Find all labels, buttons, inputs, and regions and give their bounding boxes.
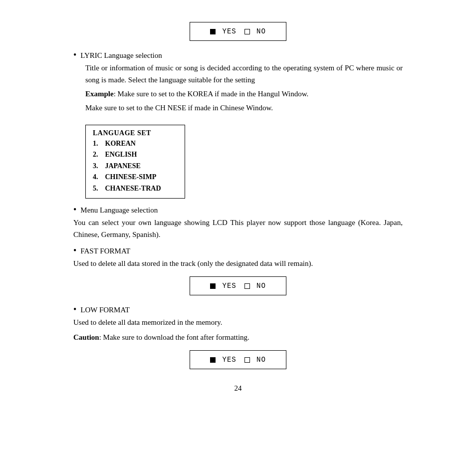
- lang-item-3: 3. JAPANESE: [93, 161, 178, 172]
- fast-format-bullet-row: • FAST FORMAT: [73, 245, 403, 256]
- yes-no-box-3: YES NO: [73, 350, 403, 369]
- page-content: YES NO • LYRIC Language selection Title …: [63, 0, 413, 413]
- low-format-caution: Caution: Make sure to download the font …: [73, 331, 403, 343]
- lyric-bullet-row: • LYRIC Language selection: [73, 50, 403, 61]
- lang-num-3: 3.: [93, 162, 98, 170]
- menu-section: • Menu Language selection You can select…: [73, 205, 403, 240]
- lyric-section: • LYRIC Language selection Title or info…: [73, 50, 403, 114]
- lyric-heading: LYRIC Language selection: [80, 50, 162, 61]
- menu-bullet-dot: •: [73, 205, 76, 216]
- lang-num-5: 5.: [93, 185, 98, 192]
- page-number: 24: [73, 384, 403, 393]
- lang-name-4: CHINESE-SIMP: [105, 173, 157, 181]
- yes-checkbox-filled-3: [210, 357, 216, 363]
- lyric-note: Make sure to set to the CH NESE if made …: [85, 102, 403, 114]
- yes-option-2: YES: [210, 282, 237, 290]
- caution-text: : Make sure to download the font after f…: [99, 333, 249, 341]
- lang-num-4: 4.: [93, 173, 98, 181]
- fast-format-heading: FAST FORMAT: [80, 246, 130, 256]
- language-table: LANGUAGE SET 1. KOREAN 2. ENGLISH 3. JAP…: [85, 125, 185, 199]
- yes-checkbox-filled-2: [210, 283, 216, 289]
- yes-no-display-3: YES NO: [190, 350, 286, 369]
- lang-name-2: ENGLISH: [105, 151, 137, 158]
- yes-no-display-2: YES NO: [190, 276, 286, 295]
- lang-num-2: 2.: [93, 151, 98, 158]
- lang-item-1: 1. KOREAN: [93, 138, 178, 149]
- no-option-3: NO: [244, 356, 266, 364]
- language-table-container: LANGUAGE SET 1. KOREAN 2. ENGLISH 3. JAP…: [73, 119, 403, 205]
- no-option-1: NO: [244, 27, 266, 35]
- caution-label: Caution: [73, 333, 99, 341]
- no-checkbox-empty-3: [244, 357, 250, 363]
- menu-bullet-row: • Menu Language selection: [73, 205, 403, 216]
- yes-no-box-2: YES NO: [73, 276, 403, 295]
- lyric-example: Example: Make sure to set to the KOREA i…: [85, 88, 403, 100]
- fast-format-section: • FAST FORMAT Used to delete all data st…: [73, 245, 403, 269]
- no-checkbox-empty-1: [244, 29, 250, 34]
- yes-checkbox-filled-1: [210, 29, 216, 34]
- lang-name-1: KOREAN: [105, 140, 136, 147]
- lang-item-2: 2. ENGLISH: [93, 149, 178, 160]
- lang-item-5: 5. CHANESE-TRAD: [93, 183, 178, 194]
- example-label: Example: [85, 90, 114, 98]
- low-format-bullet-dot: •: [73, 304, 76, 315]
- yes-option-3: YES: [210, 356, 237, 364]
- yes-option-1: YES: [210, 27, 237, 35]
- yes-no-display-1: YES NO: [190, 22, 286, 41]
- lang-item-4: 4. CHINESE-SIMP: [93, 172, 178, 183]
- lang-num-1: 1.: [93, 140, 98, 147]
- fast-format-para: Used to delete all data stored in the tr…: [73, 257, 403, 269]
- lang-name-3: JAPANESE: [105, 162, 141, 170]
- lang-name-5: CHANESE-TRAD: [105, 185, 161, 192]
- menu-para: You can select your own language showing…: [73, 217, 403, 240]
- language-table-title: LANGUAGE SET: [93, 129, 178, 137]
- no-checkbox-empty-2: [244, 283, 250, 289]
- yes-no-box-1: YES NO: [73, 22, 403, 41]
- low-format-bullet-row: • LOW FORMAT: [73, 304, 403, 315]
- no-option-2: NO: [244, 282, 266, 290]
- menu-heading: Menu Language selection: [80, 205, 158, 216]
- example-text: : Make sure to set to the KOREA if made …: [114, 90, 309, 98]
- fast-format-bullet-dot: •: [73, 245, 76, 256]
- low-format-section: • LOW FORMAT Used to delete all data mem…: [73, 304, 403, 343]
- low-format-para: Used to delete all data memorized in the…: [73, 316, 403, 328]
- low-format-heading: LOW FORMAT: [80, 305, 129, 315]
- lyric-bullet-dot: •: [73, 50, 76, 61]
- lyric-para1: Title or information of music or song is…: [85, 62, 403, 86]
